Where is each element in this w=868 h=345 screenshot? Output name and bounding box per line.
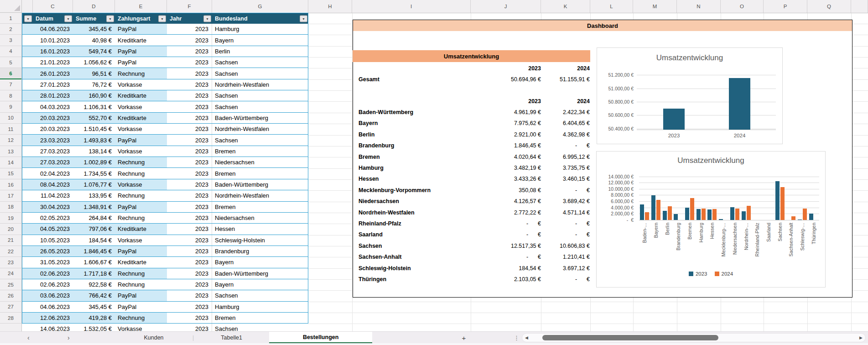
column-header-E[interactable]: E bbox=[115, 0, 167, 13]
row-header-4[interactable]: 4 bbox=[0, 46, 21, 57]
table-header-datum[interactable]: Datum▾ bbox=[33, 13, 73, 24]
cell-blank[interactable] bbox=[22, 279, 33, 290]
cell-blank[interactable] bbox=[22, 68, 33, 78]
summary-value-2023[interactable]: - € bbox=[486, 231, 541, 238]
cell[interactable]: 02.05.2023 bbox=[33, 213, 73, 223]
bar-2024[interactable] bbox=[735, 209, 739, 220]
cell[interactable]: 2023 bbox=[167, 268, 212, 279]
cell[interactable]: 766,42 € bbox=[73, 290, 115, 301]
row-header-12[interactable]: 12 bbox=[0, 135, 21, 146]
cell[interactable]: Sachsen bbox=[212, 90, 308, 101]
cell[interactable]: Vorkasse bbox=[115, 235, 167, 246]
summary-value-2023[interactable]: 4.961,99 € bbox=[486, 109, 541, 115]
cell[interactable]: Bremen bbox=[212, 202, 308, 212]
summary-label[interactable]: Bremen bbox=[359, 154, 380, 160]
row-header-16[interactable]: 16 bbox=[0, 179, 21, 190]
scroll-left-icon[interactable]: ◀ bbox=[525, 334, 528, 341]
summary-value-2024[interactable]: 4.362,98 € bbox=[535, 131, 590, 138]
cell-blank[interactable] bbox=[22, 190, 33, 201]
cell-blank[interactable] bbox=[22, 35, 33, 45]
cell[interactable]: 12.06.2023 bbox=[33, 313, 73, 323]
bar-2023[interactable] bbox=[696, 209, 701, 220]
umsatz-total-chart[interactable]: Umsatzentwicklung50.400,00 €50.600,00 €5… bbox=[597, 47, 783, 144]
summary-value-2023[interactable]: 4.126,57 € bbox=[486, 198, 541, 204]
cell[interactable]: 11.04.2023 bbox=[33, 190, 73, 201]
row-header-8[interactable]: 8 bbox=[0, 90, 21, 101]
cell[interactable]: Kreditkarte bbox=[115, 113, 167, 123]
prev-sheet-button[interactable]: ‹ bbox=[27, 332, 30, 344]
cell[interactable]: Kreditkarte bbox=[115, 224, 167, 234]
cell[interactable]: 04.05.2023 bbox=[33, 224, 73, 234]
summary-label[interactable]: Gesamt bbox=[359, 76, 379, 83]
cell[interactable]: 2023 bbox=[167, 324, 212, 331]
row-header-9[interactable]: 9 bbox=[0, 101, 21, 112]
summary-value-2023[interactable]: 184,54 € bbox=[486, 265, 541, 272]
bar-2024[interactable] bbox=[712, 209, 717, 220]
bar-2023[interactable] bbox=[730, 207, 734, 220]
cell[interactable]: Kreditkarte bbox=[115, 35, 167, 45]
column-header-H[interactable]: H bbox=[308, 0, 352, 13]
column-header-F[interactable]: F bbox=[167, 0, 212, 13]
cell[interactable]: 10.05.2023 bbox=[33, 235, 73, 246]
column-header-Q[interactable]: Q bbox=[807, 0, 851, 13]
cell[interactable]: 419,28 € bbox=[73, 313, 115, 323]
filter-button[interactable]: ▾ bbox=[300, 15, 307, 22]
cell-blank[interactable] bbox=[22, 113, 33, 123]
cell[interactable]: 2023 bbox=[167, 57, 212, 68]
cell[interactable]: 1.106,31 € bbox=[73, 101, 115, 112]
cell[interactable]: 2023 bbox=[167, 68, 212, 78]
cell[interactable]: Hessen bbox=[212, 224, 308, 234]
cell[interactable]: 2023 bbox=[167, 124, 212, 134]
cell[interactable]: Rechnung bbox=[115, 279, 167, 290]
cell[interactable]: Bayern bbox=[212, 257, 308, 267]
cell[interactable]: 96,51 € bbox=[73, 68, 115, 78]
cell[interactable]: 27.03.2023 bbox=[33, 157, 73, 167]
cell[interactable]: Nordrhein-Westfalen bbox=[212, 124, 308, 134]
cell[interactable]: 2023 bbox=[167, 90, 212, 101]
cell[interactable]: 2023 bbox=[167, 146, 212, 157]
summary-label[interactable]: Thüringen bbox=[359, 276, 386, 282]
bar-2023[interactable] bbox=[742, 211, 746, 220]
sheet-tab-tabelle1[interactable]: Tabelle1 bbox=[194, 332, 269, 344]
cell[interactable]: 2023 bbox=[167, 24, 212, 34]
summary-value-2023[interactable]: 2.921,00 € bbox=[486, 131, 541, 138]
cell[interactable]: Vorkasse bbox=[115, 124, 167, 134]
cell-blank[interactable] bbox=[22, 57, 33, 68]
bar-2023[interactable] bbox=[809, 214, 813, 220]
bar-2023[interactable] bbox=[685, 208, 689, 220]
cell[interactable]: 14.06.2023 bbox=[33, 324, 73, 331]
cell[interactable]: 2023 bbox=[167, 279, 212, 290]
summary-label[interactable]: Hamburg bbox=[359, 165, 384, 171]
cell-blank[interactable] bbox=[22, 246, 33, 256]
bar-2024[interactable] bbox=[780, 187, 785, 220]
summary-label[interactable]: Bayern bbox=[359, 120, 378, 126]
row-header-5[interactable]: 5 bbox=[0, 57, 21, 68]
cell[interactable]: Vorkasse bbox=[115, 101, 167, 112]
cell[interactable]: 2023 bbox=[167, 313, 212, 323]
column-header-I[interactable]: I bbox=[352, 0, 471, 13]
column-header-C[interactable]: C bbox=[33, 0, 73, 13]
cell-blank[interactable] bbox=[22, 135, 33, 145]
bar-2023[interactable] bbox=[775, 181, 780, 220]
summary-value-2023[interactable]: 50.694,96 € bbox=[486, 76, 541, 83]
cell[interactable]: 10.01.2023 bbox=[33, 35, 73, 45]
cell[interactable]: 797,06 € bbox=[73, 224, 115, 234]
cell[interactable]: 264,84 € bbox=[73, 213, 115, 223]
summary-value-2023[interactable]: 2023 bbox=[486, 65, 541, 72]
bar-2024[interactable] bbox=[747, 206, 751, 220]
cell[interactable]: 31.05.2023 bbox=[33, 257, 73, 267]
summary-label[interactable]: Hessen bbox=[359, 176, 379, 182]
umsatz-by-state-chart[interactable]: Umsatzentwicklung- €2.000,00 €4.000,00 €… bbox=[596, 151, 826, 288]
cell[interactable]: 1.056,62 € bbox=[73, 57, 115, 68]
cell-blank[interactable] bbox=[22, 268, 33, 279]
row-header-26[interactable]: 26 bbox=[0, 290, 21, 301]
cell[interactable]: 2023 bbox=[167, 190, 212, 201]
filter-button[interactable]: ▾ bbox=[203, 15, 211, 22]
cell[interactable]: Rechnung bbox=[115, 213, 167, 223]
cell[interactable]: Sachsen bbox=[212, 68, 308, 78]
cell[interactable]: PayPal bbox=[115, 46, 167, 57]
column-header-J[interactable]: J bbox=[471, 0, 541, 13]
row-header-6[interactable]: 6 bbox=[0, 68, 21, 79]
cell[interactable]: Sachsen bbox=[212, 290, 308, 301]
row-header-13[interactable]: 13 bbox=[0, 146, 21, 157]
